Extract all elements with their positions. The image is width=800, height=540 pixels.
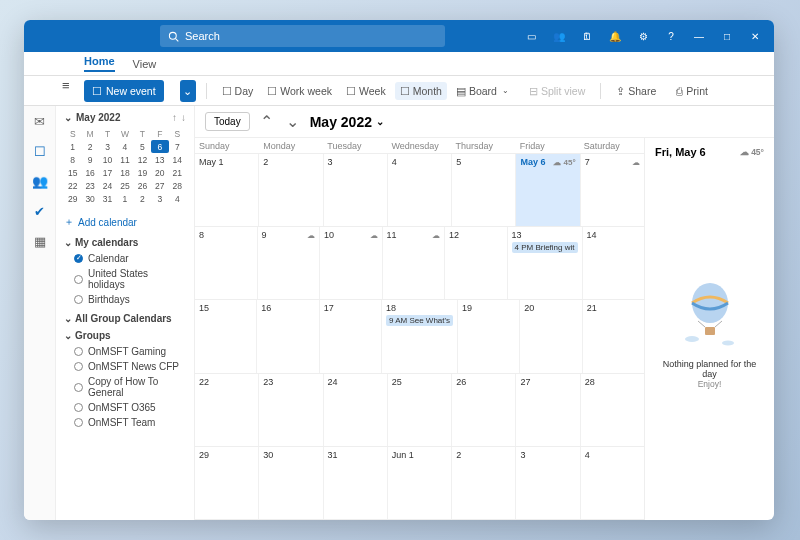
mini-day[interactable]: 1: [64, 140, 81, 153]
day-cell[interactable]: 3: [516, 447, 580, 519]
next-month-button[interactable]: ⌄: [284, 113, 302, 131]
day-cell[interactable]: 30: [259, 447, 323, 519]
mini-day[interactable]: 11: [116, 153, 133, 166]
day-cell[interactable]: 26: [452, 374, 516, 446]
mini-day[interactable]: 22: [64, 179, 81, 192]
calendar-item[interactable]: United States holidays: [64, 266, 186, 292]
tab-home[interactable]: Home: [84, 55, 115, 72]
view-week[interactable]: ☐Week: [341, 82, 391, 100]
mini-day[interactable]: 4: [169, 192, 186, 205]
calendar-grid[interactable]: SundayMondayTuesdayWednesdayThursdayFrid…: [195, 138, 644, 520]
mini-prev-icon[interactable]: ↑: [172, 112, 177, 123]
checkbox[interactable]: [74, 254, 83, 263]
view-board[interactable]: ▤Board⌄: [451, 82, 514, 100]
new-event-dropdown[interactable]: ⌄: [180, 80, 196, 102]
mini-day[interactable]: 18: [116, 166, 133, 179]
hamburger-icon[interactable]: ≡: [62, 78, 70, 93]
prev-month-button[interactable]: ⌃: [258, 113, 276, 131]
day-cell[interactable]: 2: [452, 447, 516, 519]
calendar-item[interactable]: Copy of How To General: [64, 374, 186, 400]
tree-section[interactable]: ⌄My calendars: [64, 237, 186, 248]
calendar-item[interactable]: OnMSFT Gaming: [64, 344, 186, 359]
day-cell[interactable]: 3: [324, 154, 388, 226]
minimize-icon[interactable]: —: [686, 25, 712, 47]
bell-icon[interactable]: 🔔: [602, 25, 628, 47]
mini-day[interactable]: 7: [169, 140, 186, 153]
gear-icon[interactable]: ⚙: [630, 25, 656, 47]
mini-day[interactable]: 29: [64, 192, 81, 205]
mini-day[interactable]: 12: [134, 153, 151, 166]
mini-day[interactable]: 31: [99, 192, 116, 205]
mini-day[interactable]: 19: [134, 166, 151, 179]
calendar-item[interactable]: Calendar: [64, 251, 186, 266]
calendar-event[interactable]: 9 AM See What's: [386, 315, 453, 326]
day-cell[interactable]: 31: [324, 447, 388, 519]
mini-day[interactable]: 5: [134, 140, 151, 153]
day-cell[interactable]: May 6☁ 45°: [516, 154, 580, 226]
day-cell[interactable]: 5: [452, 154, 516, 226]
day-cell[interactable]: 8: [195, 227, 258, 299]
close-icon[interactable]: ✕: [742, 25, 768, 47]
mini-day[interactable]: 24: [99, 179, 116, 192]
new-event-button[interactable]: ☐New event: [84, 80, 164, 102]
day-cell[interactable]: 15: [195, 300, 257, 372]
mini-day[interactable]: 14: [169, 153, 186, 166]
teams-icon[interactable]: 👥: [546, 25, 572, 47]
checkbox[interactable]: [74, 403, 83, 412]
day-cell[interactable]: 21: [583, 300, 644, 372]
day-cell[interactable]: 12: [445, 227, 508, 299]
mini-day[interactable]: 2: [81, 140, 98, 153]
print-button[interactable]: ⎙Print: [671, 82, 713, 100]
todo-icon[interactable]: ✔: [31, 202, 49, 220]
mini-day[interactable]: 6: [151, 140, 168, 153]
day-cell[interactable]: 4: [388, 154, 452, 226]
people-icon[interactable]: 👥: [31, 172, 49, 190]
calendar-event[interactable]: 4 PM Briefing wit: [512, 242, 578, 253]
meet-now-icon[interactable]: ▭: [518, 25, 544, 47]
mail-icon[interactable]: ✉: [31, 112, 49, 130]
day-cell[interactable]: 27: [516, 374, 580, 446]
day-cell[interactable]: 17: [320, 300, 382, 372]
mini-day[interactable]: 10: [99, 153, 116, 166]
mini-calendar-header[interactable]: ⌄ May 2022 ↑↓: [64, 112, 186, 123]
day-cell[interactable]: 14: [583, 227, 645, 299]
checkbox[interactable]: [74, 275, 83, 284]
checkbox[interactable]: [74, 362, 83, 371]
checkbox[interactable]: [74, 295, 83, 304]
month-picker[interactable]: May 2022⌄: [310, 114, 384, 130]
day-cell[interactable]: Jun 1: [388, 447, 452, 519]
help-icon[interactable]: ?: [658, 25, 684, 47]
day-cell[interactable]: 7☁: [581, 154, 644, 226]
checkbox[interactable]: [74, 418, 83, 427]
day-cell[interactable]: 24: [324, 374, 388, 446]
split-view-button[interactable]: ⊟Split view: [524, 82, 590, 100]
day-cell[interactable]: 189 AM See What's: [382, 300, 458, 372]
day-cell[interactable]: 25: [388, 374, 452, 446]
day-cell[interactable]: 2: [259, 154, 323, 226]
view-month[interactable]: ☐Month: [395, 82, 447, 100]
day-cell[interactable]: 19: [458, 300, 520, 372]
tab-view[interactable]: View: [133, 58, 157, 70]
mini-next-icon[interactable]: ↓: [181, 112, 186, 123]
today-button[interactable]: Today: [205, 112, 250, 131]
mini-day[interactable]: 30: [81, 192, 98, 205]
add-calendar-button[interactable]: ＋Add calendar: [64, 215, 186, 229]
day-cell[interactable]: 22: [195, 374, 259, 446]
day-cell[interactable]: 10☁: [320, 227, 383, 299]
day-cell[interactable]: 11☁: [383, 227, 446, 299]
calendar-item[interactable]: OnMSFT News CFP: [64, 359, 186, 374]
calendar-icon[interactable]: ☐: [31, 142, 49, 160]
mini-day[interactable]: 20: [151, 166, 168, 179]
mini-day[interactable]: 2: [134, 192, 151, 205]
tree-section[interactable]: ⌄Groups: [64, 330, 186, 341]
mini-day[interactable]: 17: [99, 166, 116, 179]
mini-day[interactable]: 21: [169, 166, 186, 179]
calendar-item[interactable]: Birthdays: [64, 292, 186, 307]
mini-day[interactable]: 3: [151, 192, 168, 205]
mini-day[interactable]: 23: [81, 179, 98, 192]
mini-day[interactable]: 3: [99, 140, 116, 153]
apps-icon[interactable]: ▦: [31, 232, 49, 250]
share-button[interactable]: ⇪Share: [611, 82, 661, 100]
day-cell[interactable]: 134 PM Briefing wit: [508, 227, 583, 299]
search-input[interactable]: Search: [160, 25, 445, 47]
